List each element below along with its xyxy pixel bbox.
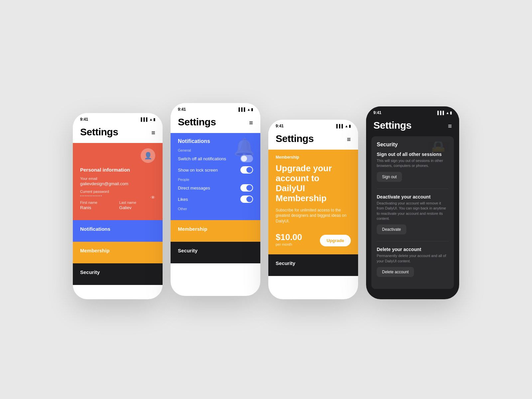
phone-3-membership: 9:41 ▌▌▌ ▴ ▮ Settings ≡ Membership Upgra… (268, 120, 358, 299)
membership-section-p1[interactable]: Membership (73, 242, 163, 263)
membership-subtext: Subscribe for unlimited access to the gr… (276, 207, 351, 224)
firstname-block: First name Ranis (80, 200, 116, 213)
notif-label-3: Likes (178, 197, 188, 202)
hamburger-menu-4[interactable]: ≡ (448, 122, 452, 130)
signal-icon-1: ▌▌▌ (141, 117, 149, 121)
settings-header-2: Settings ≡ (171, 114, 260, 133)
membership-banner: Membership Upgrade your account to Daily… (268, 150, 358, 254)
signal-icon-3: ▌▌▌ (336, 124, 344, 128)
security-deactivate-item: Deactivate your account Deactivating you… (377, 194, 449, 235)
settings-header-3: Settings ≡ (268, 130, 358, 150)
upgrade-button[interactable]: Upgrade (320, 235, 351, 246)
security-content-block: 🔒 Security Sign out of all other session… (371, 136, 454, 289)
status-bar-2: 9:41 ▌▌▌ ▴ ▮ (171, 103, 260, 114)
password-row: •••••••••••••• 👁 (80, 194, 155, 200)
notif-row-0: Switch off all notifications (178, 155, 253, 162)
notifications-block: 🔔 Notifications General Switch off all n… (171, 133, 260, 220)
general-category: General (178, 148, 253, 152)
eye-icon[interactable]: 👁 (151, 195, 155, 200)
email-value: galievdesign@gmail.com (80, 181, 155, 186)
wifi-icon-4: ▴ (447, 111, 449, 115)
security-section-p3[interactable]: Security (268, 254, 358, 276)
notifications-section-p2: 🔔 Notifications General Switch off all n… (171, 133, 260, 220)
status-bar-4: 9:41 ▌▌▌ ▴ ▮ (366, 106, 459, 117)
phone-2-notifications: 9:41 ▌▌▌ ▴ ▮ Settings ≡ 🔔 Notifications … (171, 103, 260, 296)
membership-tag: Membership (276, 155, 351, 160)
deactivate-button[interactable]: Deactivate (377, 224, 406, 234)
membership-price-row: $10.00 per month Upgrade (276, 232, 351, 246)
toggle-knob-3 (246, 196, 252, 202)
name-row: First name Ranis Last name Galiev (80, 200, 155, 213)
delete-desc: Permanently delete your account and all … (377, 253, 449, 264)
password-label: Current password (80, 190, 155, 194)
notif-label-0: Switch off all notifications (178, 156, 226, 161)
firstname-value: Ranis (80, 205, 116, 210)
notif-row-3: Likes (178, 196, 253, 203)
notifications-title: Notifications (178, 138, 253, 144)
lastname-value: Galiev (119, 205, 155, 210)
hamburger-menu-2[interactable]: ≡ (249, 119, 253, 127)
signout-button[interactable]: Sign out (377, 172, 402, 182)
deactivate-desc: Deactivating your account will remove it… (377, 201, 449, 221)
wifi-icon-2: ▴ (248, 107, 250, 112)
personal-section-label: Personal information (80, 167, 155, 173)
phone-4-security: 9:41 ▌▌▌ ▴ ▮ Settings ≡ 🔒 Security Sign … (366, 106, 459, 299)
status-bar-3: 9:41 ▌▌▌ ▴ ▮ (268, 120, 358, 130)
security-delete-item: Delete your account Permanently delete y… (377, 247, 449, 277)
toggle-knob-2 (246, 185, 252, 191)
security-label-p2: Security (178, 248, 253, 253)
security-header-wrapper: 🔒 Security (377, 142, 449, 152)
firstname-label: First name (80, 200, 116, 204)
status-icons-4: ▌▌▌ ▴ ▮ (438, 111, 452, 115)
notif-row-1: Show on lock screen (178, 166, 253, 174)
security-section-p1[interactable]: Security (73, 263, 163, 285)
security-signout-item: Sign out of all other sessions This will… (377, 152, 449, 182)
settings-title-4: Settings (373, 120, 411, 131)
status-icons-3: ▌▌▌ ▴ ▮ (336, 124, 351, 128)
phones-container: 9:41 ▌▌▌ ▴ ▮ Settings ≡ 👤 Personal infor… (60, 80, 472, 319)
wifi-icon-3: ▴ (345, 124, 347, 128)
security-divider-2 (377, 241, 449, 241)
status-icons-1: ▌▌▌ ▴ ▮ (141, 117, 155, 122)
delete-account-button[interactable]: Delete account (377, 267, 414, 277)
personal-info-block: 👤 Personal information Your email galiev… (73, 143, 163, 220)
battery-icon-4: ▮ (450, 111, 452, 115)
wifi-icon-1: ▴ (150, 117, 152, 122)
price-block: $10.00 per month (276, 232, 302, 246)
deactivate-title: Deactivate your account (377, 194, 449, 200)
hamburger-menu-1[interactable]: ≡ (151, 129, 155, 137)
notif-label-1: Show on lock screen (178, 168, 218, 173)
notif-row-2: Direct messages (178, 184, 253, 192)
time-2: 9:41 (178, 107, 186, 112)
toggle-knob-1 (246, 167, 252, 173)
hamburger-menu-3[interactable]: ≡ (347, 136, 351, 143)
battery-icon-1: ▮ (153, 117, 155, 122)
toggle-1[interactable] (240, 166, 253, 174)
membership-headline: Upgrade your account to DailyUI Membersh… (276, 164, 351, 203)
settings-title-1: Settings (80, 126, 118, 138)
security-label-p1: Security (80, 269, 155, 275)
status-bar-1: 9:41 ▌▌▌ ▴ ▮ (73, 113, 163, 124)
notifications-section-p1[interactable]: Notifications (73, 220, 163, 242)
membership-section-p2[interactable]: Membership (171, 220, 260, 242)
lock-bg-icon: 🔒 (428, 142, 449, 152)
toggle-3[interactable] (240, 196, 253, 203)
security-section-p2[interactable]: Security (171, 242, 260, 263)
toggle-0[interactable] (240, 155, 253, 162)
toggle-knob-0 (241, 156, 247, 162)
settings-header-1: Settings ≡ (73, 124, 163, 143)
time-1: 9:41 (80, 117, 88, 122)
toggle-2[interactable] (240, 184, 253, 192)
lastname-label: Last name (119, 200, 155, 204)
membership-label-p1: Membership (80, 248, 155, 253)
email-label: Your email (80, 177, 155, 181)
time-3: 9:41 (276, 124, 284, 128)
notif-label-2: Direct messages (178, 186, 210, 191)
status-icons-2: ▌▌▌ ▴ ▮ (239, 107, 253, 112)
time-4: 9:41 (373, 110, 381, 115)
signal-icon-4: ▌▌▌ (438, 111, 445, 115)
battery-icon-3: ▮ (349, 124, 351, 128)
battery-icon-2: ▮ (251, 107, 253, 112)
settings-header-4: Settings ≡ (366, 117, 459, 136)
notifications-label-p1: Notifications (80, 226, 155, 232)
